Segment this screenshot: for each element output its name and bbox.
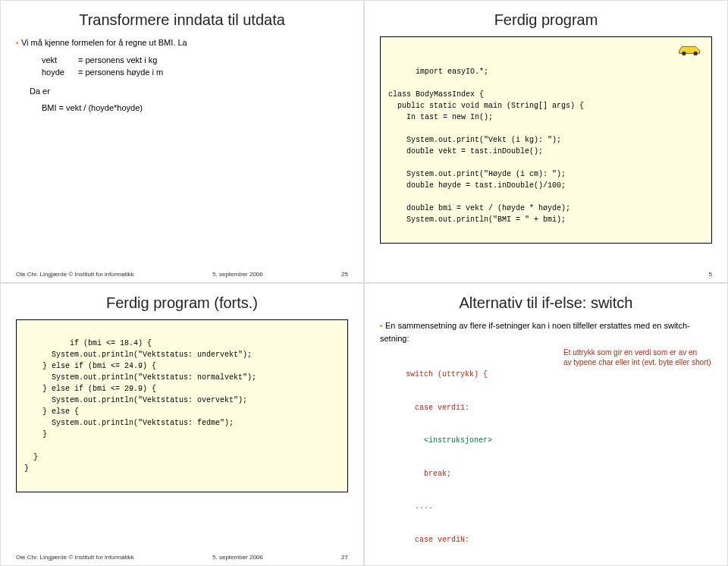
slide-title: Transformere inndata til utdata — [16, 11, 348, 29]
switch-code: switch (uttrykk) { case verdi1: <instruk… — [406, 347, 557, 566]
footer-left: Ole Chr. Lingjærde © Institutt for infor… — [16, 554, 134, 561]
footer-mid: 5. september 2006 — [212, 271, 263, 278]
slide-title: Alternativ til if-else: switch — [380, 294, 712, 312]
car-icon — [676, 42, 704, 57]
callout: Et uttrykk som gir en verdi som er av en… — [563, 347, 712, 566]
footer-right: 25 — [341, 271, 348, 278]
slide-body: import easyIO.*; class BodyMassIndex { p… — [380, 36, 712, 268]
footer-right: 27 — [341, 554, 348, 561]
footer-right: 5 — [709, 271, 712, 278]
def-desc: = personens høyde i m — [78, 66, 348, 79]
slide-footer: 5 — [380, 271, 712, 278]
def-row: vekt = personens vekt i kg — [42, 54, 348, 67]
def-term: vekt — [42, 54, 78, 67]
svg-point-1 — [694, 52, 698, 55]
slide-body: Vi må kjenne formelen for å regne ut BMI… — [16, 36, 348, 268]
code-text: import easyIO.*; class BodyMassIndex { p… — [388, 68, 584, 224]
slide-3: Ferdig program (forts.) if (bmi <= 18.4)… — [0, 283, 364, 566]
def-desc: = personens vekt i kg — [78, 54, 348, 67]
slide-footer: Ole Chr. Lingjærde © Institutt for infor… — [16, 554, 348, 561]
bullet-item: En sammensetning av flere if-setninger k… — [380, 319, 712, 344]
text-line: Da er — [16, 85, 348, 98]
slide-title: Ferdig program — [380, 11, 712, 29]
def-term: hoyde — [42, 66, 78, 79]
slide-1: Transformere inndata til utdata Vi må kj… — [0, 0, 364, 283]
formula: BMI = vekt / (hoyde*hoyde) — [16, 102, 348, 115]
slide-body: if (bmi <= 18.4) { System.out.println("V… — [16, 319, 348, 551]
slide-4: Alternativ til if-else: switch En sammen… — [364, 283, 728, 566]
slide-footer: Ole Chr. Lingjærde © Institutt for infor… — [16, 271, 348, 278]
slide-2: Ferdig program import easyIO.*; class Bo… — [364, 0, 728, 283]
bullet-item: Vi må kjenne formelen for å regne ut BMI… — [16, 36, 348, 49]
footer-left: Ole Chr. Lingjærde © Institutt for infor… — [16, 271, 134, 278]
footer-mid: 5. september 2006 — [212, 554, 263, 561]
code-text: if (bmi <= 18.4) { System.out.println("V… — [24, 339, 256, 473]
slide-body: En sammensetning av flere if-setninger k… — [380, 319, 712, 566]
svg-point-0 — [682, 52, 686, 55]
code-block: if (bmi <= 18.4) { System.out.println("V… — [16, 319, 348, 492]
def-row: hoyde = personens høyde i m — [42, 66, 348, 79]
switch-layout: switch (uttrykk) { case verdi1: <instruk… — [406, 347, 712, 566]
code-block: import easyIO.*; class BodyMassIndex { p… — [380, 36, 712, 244]
slide-title: Ferdig program (forts.) — [16, 294, 348, 312]
